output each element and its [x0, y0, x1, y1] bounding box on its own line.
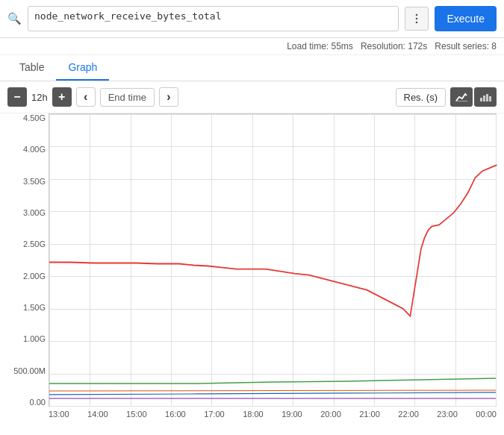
stacked-chart-button[interactable] — [474, 87, 497, 107]
y-label: 2.50G — [23, 240, 46, 248]
series-blue-line — [49, 392, 496, 395]
y-label: 500.00M — [13, 366, 46, 375]
x-label: 13:00 — [49, 410, 69, 419]
y-label: 3.00G — [23, 208, 46, 217]
y-label: 1.50G — [23, 303, 46, 312]
svg-point-1 — [416, 18, 418, 20]
y-label: 2.00G — [23, 272, 46, 281]
series-green-line — [49, 378, 496, 384]
svg-rect-6 — [486, 94, 488, 101]
svg-rect-5 — [483, 96, 485, 101]
result-series: Result series: 8 — [435, 41, 497, 51]
controls-bar: − 12h + ‹ End time › Res. (s) — [0, 81, 504, 113]
search-input[interactable] — [28, 6, 399, 31]
stacked-chart-icon — [479, 92, 491, 102]
tab-table[interactable]: Table — [7, 55, 56, 81]
x-label: 15:00 — [126, 410, 147, 419]
line-chart-button[interactable] — [450, 87, 473, 107]
y-label: 0.00 — [30, 398, 46, 407]
y-label: 4.50G — [23, 113, 46, 122]
tabs: Table Graph — [0, 55, 504, 81]
y-axis: 4.50G4.00G3.50G3.00G2.50G2.00G1.50G1.00G… — [7, 113, 49, 407]
end-time-input[interactable]: End time — [100, 88, 155, 107]
meta-bar: Load time: 55ms Resolution: 172s Result … — [0, 38, 504, 55]
minus-button[interactable]: − — [7, 87, 27, 107]
chart-type-buttons — [450, 87, 497, 107]
svg-point-2 — [416, 22, 418, 24]
svg-point-0 — [416, 14, 418, 16]
chart-svg — [49, 114, 496, 406]
execute-button[interactable]: Execute — [435, 6, 497, 31]
x-axis: 13:0014:0015:0016:0017:0018:0019:0020:00… — [49, 407, 497, 429]
duration-label: 12h — [31, 92, 48, 103]
chart-area: 4.50G4.00G3.50G3.00G2.50G2.00G1.50G1.00G… — [0, 113, 504, 429]
series-orange-line — [49, 390, 496, 391]
tab-graph[interactable]: Graph — [56, 55, 109, 81]
x-label: 19:00 — [281, 410, 302, 419]
x-label: 20:00 — [320, 410, 341, 419]
load-time: Load time: 55ms — [287, 41, 353, 51]
x-label: 23:00 — [437, 410, 458, 419]
main-series-line — [49, 165, 497, 316]
y-label: 4.00G — [23, 145, 46, 154]
search-icon: 🔍 — [7, 12, 22, 25]
next-button[interactable]: › — [159, 87, 178, 107]
x-label: 21:00 — [359, 410, 380, 419]
prev-button[interactable]: ‹ — [76, 87, 96, 107]
options-icon — [411, 13, 423, 25]
chart-container: 4.50G4.00G3.50G3.00G2.50G2.00G1.50G1.00G… — [7, 113, 497, 429]
search-bar: 🔍 Execute — [0, 0, 504, 38]
line-chart-icon — [455, 92, 467, 102]
x-label: 22:00 — [398, 410, 419, 419]
svg-rect-3 — [455, 101, 467, 101]
y-label: 1.00G — [23, 334, 46, 343]
y-label: 3.50G — [23, 177, 46, 186]
x-label: 18:00 — [243, 410, 264, 419]
x-label: 17:00 — [204, 410, 225, 419]
x-label: 00:00 — [476, 410, 497, 419]
svg-rect-4 — [480, 98, 482, 101]
resolution: Resolution: 172s — [361, 41, 427, 51]
x-label: 14:00 — [87, 410, 108, 419]
x-label: 16:00 — [165, 410, 186, 419]
search-options-button[interactable] — [405, 7, 429, 31]
svg-rect-7 — [489, 96, 491, 101]
plus-button[interactable]: + — [52, 87, 72, 107]
plot-area — [49, 113, 497, 407]
resolution-button[interactable]: Res. (s) — [396, 88, 447, 107]
